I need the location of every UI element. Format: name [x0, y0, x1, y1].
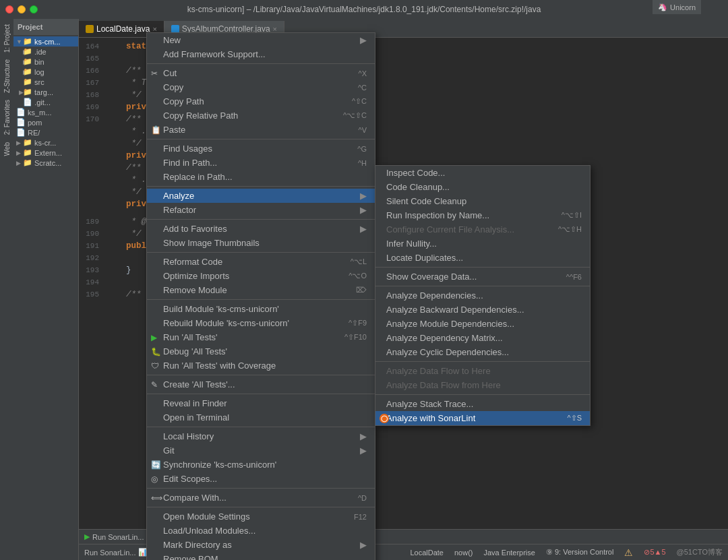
ctx-label: Optimize Imports	[163, 271, 229, 281]
minimize-button[interactable]	[18, 5, 26, 13]
submenu-label: Configure Current File Analysis...	[386, 224, 514, 235]
sidebar-item-project[interactable]: 1: Project	[2, 22, 12, 55]
ctx-local-history[interactable]: Local History ▶	[147, 429, 375, 443]
ctx-shortcut: ^⇧F9	[335, 319, 367, 328]
ctx-label: Compare With...	[163, 493, 226, 503]
tree-label: ks-cm...	[34, 38, 61, 46]
tree-item-pom[interactable]: 📄 pom	[13, 117, 78, 127]
unicorn-icon: 🦄	[658, 3, 667, 11]
submenu-analyze-stack-trace[interactable]: Analyze Stack Trace...	[375, 397, 590, 411]
submenu-shortcut: ^⇧S	[554, 414, 582, 423]
tree-item-target[interactable]: ▶ 📁 targ...	[13, 87, 78, 97]
submenu-analyze-deps[interactable]: Analyze Dependencies...	[375, 288, 590, 303]
tree-arrow: ▶	[16, 69, 23, 75]
project-title: Project	[18, 23, 42, 31]
ctx-label: Paste	[163, 125, 185, 135]
submenu-analyze-cyclic-deps[interactable]: Analyze Cyclic Dependencies...	[375, 345, 590, 359]
tree-item-extern[interactable]: ▶ 📁 Extern...	[13, 148, 78, 158]
ctx-create-tests[interactable]: ✎ Create 'All Tests'...	[147, 377, 375, 392]
ctx-new[interactable]: New ▶	[147, 33, 375, 47]
ctx-copy-relative-path[interactable]: Copy Relative Path ^⌥⇧C	[147, 108, 375, 123]
ctx-label: Mark Directory as	[163, 540, 232, 550]
tree-arrow: ▶	[16, 150, 23, 156]
submenu-analyze-sonarlint[interactable]: ◯ Analyze with SonarLint ^⇧S	[375, 411, 590, 425]
ctx-replace-in-path[interactable]: Replace in Path...	[147, 170, 375, 184]
tree-item-scratch[interactable]: ▶ 📁 Scratc...	[13, 158, 78, 168]
folder-icon: 📁	[23, 57, 32, 66]
submenu-silent-cleanup[interactable]: Silent Code Cleanup	[375, 194, 590, 208]
ctx-open-terminal[interactable]: Open in Terminal	[147, 410, 375, 425]
ctx-shortcut: ⌦	[342, 286, 367, 294]
tree-item-ksm[interactable]: 📄 ks_m...	[13, 107, 78, 117]
submenu-arrow-icon: ▶	[360, 540, 367, 550]
tree-item-root[interactable]: ▼ 📁 ks-cm...	[13, 36, 78, 46]
ctx-mark-dir[interactable]: Mark Directory as ▶	[147, 538, 375, 552]
submenu-inspect-code[interactable]: Inspect Code...	[375, 166, 590, 180]
submenu-label: Code Cleanup...	[386, 182, 450, 192]
tree-item-kscr[interactable]: ▶ 📁 ks-cr...	[13, 137, 78, 148]
tree-label: .git...	[34, 98, 51, 106]
submenu-infer-nullity[interactable]: Infer Nullity...	[375, 237, 590, 251]
ctx-build-module[interactable]: Build Module 'ks-cms-unicorn'	[147, 302, 375, 316]
ctx-label: Run 'All Tests' with Coverage	[163, 361, 276, 371]
tree-item-src[interactable]: ▼ 📁 src	[13, 77, 78, 87]
debug-icon: 🐛	[151, 347, 161, 356]
submenu-show-coverage[interactable]: Show Coverage Data... ^^F6	[375, 270, 590, 284]
sidebar-item-web[interactable]: Web	[2, 139, 12, 158]
tree-label: targ...	[34, 88, 53, 96]
folder-icon: 📁	[23, 158, 32, 167]
ctx-label: Remove Module	[163, 285, 227, 295]
ctx-add-framework[interactable]: Add Framework Support...	[147, 47, 375, 61]
ctx-show-thumbnails[interactable]: Show Image Thumbnails	[147, 236, 375, 250]
submenu-label: Locate Duplicates...	[386, 253, 463, 263]
sidebar-item-structure[interactable]: Z-Structure	[2, 57, 12, 96]
ctx-remove-bom[interactable]: Remove BOM	[147, 552, 375, 560]
submenu-analyze-module-deps[interactable]: Analyze Module Dependencies...	[375, 317, 590, 331]
ctx-label: Open in Terminal	[163, 412, 229, 423]
ctx-synchronize[interactable]: 🔄 Synchronize 'ks-cms-unicorn'	[147, 458, 375, 472]
ctx-remove-module[interactable]: Remove Module ⌦	[147, 283, 375, 297]
ctx-refactor[interactable]: Refactor ▶	[147, 203, 375, 217]
tree-item-git[interactable]: 📄 .git...	[13, 97, 78, 107]
submenu-arrow-icon: ▶	[360, 205, 367, 215]
ctx-rebuild-module[interactable]: Rebuild Module 'ks-cms-unicorn' ^⇧F9	[147, 316, 375, 330]
ctx-git[interactable]: Git ▶	[147, 443, 375, 458]
maximize-button[interactable]	[30, 5, 38, 13]
submenu-analyze-dep-matrix[interactable]: Analyze Dependency Matrix...	[375, 331, 590, 345]
ctx-debug-tests[interactable]: 🐛 Debug 'All Tests'	[147, 344, 375, 359]
ctx-module-settings[interactable]: Open Module Settings F12	[147, 509, 375, 524]
ctx-copy[interactable]: Copy ^C	[147, 80, 375, 94]
ctx-reformat-code[interactable]: Reformat Code ^⌥L	[147, 255, 375, 269]
sidebar-item-favorites[interactable]: 2: Favorites	[2, 97, 12, 137]
ctx-shortcut: ^⌥L	[337, 257, 367, 266]
ctx-paste[interactable]: 📋 Paste ^V	[147, 123, 375, 137]
tree-item-idea[interactable]: ▶ 📁 .ide	[13, 46, 78, 57]
tree-item-log[interactable]: ▶ 📁 log	[13, 67, 78, 77]
close-button[interactable]	[5, 5, 13, 13]
cut-icon: ✂	[151, 69, 158, 78]
tree-item-bin[interactable]: ▶ 📁 bin	[13, 57, 78, 67]
ctx-optimize-imports[interactable]: Optimize Imports ^⌥O	[147, 269, 375, 283]
scope-icon: ◎	[151, 474, 158, 484]
ctx-reveal-finder[interactable]: Reveal in Finder	[147, 396, 375, 410]
submenu-code-cleanup[interactable]: Code Cleanup...	[375, 180, 590, 194]
ctx-find-in-path[interactable]: Find in Path... ^H	[147, 156, 375, 170]
ctx-separator	[147, 427, 375, 427]
ctx-separator	[147, 63, 375, 64]
folder-icon: 📁	[23, 67, 32, 76]
ctx-cut[interactable]: ✂ Cut ^X	[147, 66, 375, 80]
tree-label: ks-cr...	[34, 139, 56, 147]
ctx-edit-scopes[interactable]: ◎ Edit Scopes...	[147, 472, 375, 486]
submenu-locate-duplicates[interactable]: Locate Duplicates...	[375, 251, 590, 265]
ctx-run-coverage[interactable]: 🛡 Run 'All Tests' with Coverage	[147, 359, 375, 373]
ctx-find-usages[interactable]: Find Usages ^G	[147, 142, 375, 156]
tree-item-re[interactable]: 📄 RE/	[13, 127, 78, 137]
ctx-load-modules[interactable]: Load/Unload Modules...	[147, 524, 375, 538]
ctx-copy-path[interactable]: Copy Path ^⇧C	[147, 94, 375, 108]
ctx-compare-with[interactable]: ⟺ Compare With... ^D	[147, 491, 375, 505]
submenu-analyze-backward-deps[interactable]: Analyze Backward Dependencies...	[375, 303, 590, 317]
ctx-add-favorites[interactable]: Add to Favorites ▶	[147, 222, 375, 236]
submenu-run-inspection[interactable]: Run Inspection by Name... ^⌥⇧I	[375, 208, 590, 222]
ctx-analyze[interactable]: Analyze ▶	[147, 189, 375, 203]
ctx-run-tests[interactable]: ▶ Run 'All Tests' ^⇧F10	[147, 330, 375, 344]
